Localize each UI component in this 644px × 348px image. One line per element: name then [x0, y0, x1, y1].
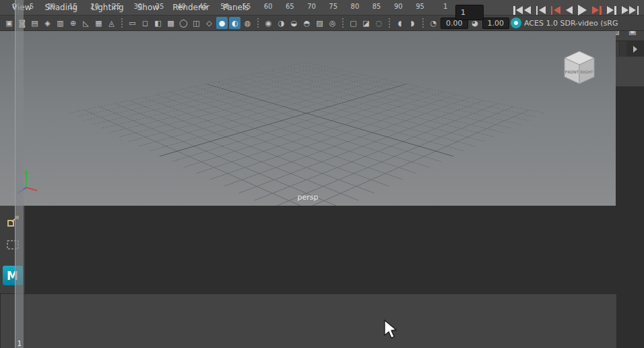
tick: 90: [394, 3, 403, 10]
film-gate-icon[interactable]: ▭: [127, 17, 138, 29]
go-to-end-button[interactable]: [622, 6, 639, 15]
plugin-display-icon[interactable]: ◖: [394, 17, 406, 29]
current-time-marker[interactable]: 1: [15, 0, 24, 348]
viewcube-front-label: FRONT: [565, 69, 579, 74]
viewport[interactable]: FRONT RIGHT persp: [0, 31, 616, 206]
motion-blur-icon[interactable]: ◓: [301, 17, 313, 29]
gate-mask-icon[interactable]: ◧: [152, 17, 164, 29]
pan-zoom-icon[interactable]: ⊕: [67, 17, 79, 29]
ambient-occlusion-icon[interactable]: ◒: [288, 17, 300, 29]
safe-action-icon[interactable]: ◯: [178, 17, 189, 29]
colorspace-label[interactable]: ACES 1.0 SDR-video (sRG: [524, 19, 618, 28]
tick: 15: [69, 3, 77, 10]
camera-attributes-icon[interactable]: ▤: [29, 17, 40, 29]
maya-window: File Edit Create Select Modify Display W…: [0, 0, 644, 348]
current-frame-field[interactable]: 1: [455, 5, 484, 20]
xray-icon[interactable]: ◪: [360, 17, 372, 29]
tick: 80: [351, 3, 360, 10]
tick: 5: [30, 3, 34, 10]
tick-overflow: 1: [443, 3, 447, 10]
shaded-mode-icon[interactable]: ●: [216, 17, 228, 29]
anti-aliasing-icon[interactable]: ▨: [314, 17, 325, 29]
tick: 10: [47, 3, 56, 10]
all-lights-icon[interactable]: ◉: [263, 17, 274, 29]
color-managed-icon[interactable]: [511, 18, 521, 28]
step-back-key-button[interactable]: [551, 6, 560, 15]
safe-title-icon[interactable]: ◫: [191, 17, 202, 29]
timeline-ticks: 0 5 10 15 20 25 30 35 40 45 50 55 60 65 …: [12, 3, 424, 10]
textured-mode-icon[interactable]: ◐: [229, 17, 240, 29]
toolbar-separator: [388, 18, 391, 28]
wireframe-mode-icon[interactable]: ◇: [203, 17, 215, 29]
shelf-scroll-right-icon[interactable]: [626, 41, 644, 57]
isolate-select-icon[interactable]: ▢: [348, 17, 359, 29]
tick: 70: [307, 3, 316, 10]
play-forwards-button[interactable]: [578, 5, 587, 16]
tick: 25: [112, 3, 121, 10]
tick: 45: [199, 3, 207, 10]
tick: 65: [286, 3, 294, 10]
field-chart-icon[interactable]: ▩: [165, 17, 176, 29]
tick: 55: [243, 3, 251, 10]
tick: 50: [220, 3, 229, 10]
select-camera-icon[interactable]: ▣: [3, 17, 15, 29]
tick: 0: [12, 3, 16, 10]
tick: 20: [90, 3, 99, 10]
step-forward-frame-button[interactable]: [607, 6, 616, 15]
step-forward-key-button[interactable]: [592, 6, 602, 15]
toolbar-separator: [257, 18, 259, 28]
current-frame-value: 1: [461, 8, 465, 17]
viewport-panel: View Shading Lighting Show Renderer Pane…: [0, 293, 617, 348]
camera-bookmark-icon[interactable]: ◈: [42, 17, 53, 29]
tick: 35: [156, 3, 164, 10]
tick: 40: [177, 3, 186, 10]
shadows-icon[interactable]: ◑: [276, 17, 287, 29]
grease-pencil-icon[interactable]: ◺: [80, 17, 92, 29]
camera-name-label: persp: [298, 193, 319, 202]
tick: 95: [416, 3, 424, 10]
viewcube-right-label: RIGHT: [581, 69, 593, 74]
tick: 60: [264, 3, 273, 10]
toolbar-separator: [342, 18, 344, 28]
view-cube[interactable]: FRONT RIGHT: [558, 49, 601, 88]
step-back-frame-button[interactable]: [536, 6, 546, 15]
exposure-icon[interactable]: ◔: [428, 17, 439, 29]
resolution-gate-icon[interactable]: ◻: [139, 17, 151, 29]
ground-grid: [68, 63, 544, 206]
gamma-field[interactable]: 1.00: [482, 18, 510, 29]
go-to-start-button[interactable]: [513, 6, 531, 15]
tick: 75: [329, 3, 337, 10]
panel-toolbar: ▣ ◙ ▤ ◈ ▥ ⊕ ◺ ▦ ◬ ▭ ◻ ◧ ▩ ◯ ◫ ◇ ● ◐ ◍ ◉ …: [0, 15, 644, 31]
current-time-marker-label: 1: [18, 340, 22, 347]
xray-joints-icon[interactable]: ◌: [373, 17, 385, 29]
toolbar-separator: [422, 18, 424, 28]
grid-toggle-icon[interactable]: ▦: [93, 17, 104, 29]
tick: 85: [373, 3, 381, 10]
play-backwards-button[interactable]: [566, 6, 573, 14]
plugin-display-2-icon[interactable]: ◗: [407, 17, 418, 29]
image-plane-icon[interactable]: ▥: [55, 17, 66, 29]
default-material-icon[interactable]: ◍: [242, 17, 253, 29]
playback-controls: [513, 5, 639, 16]
depth-of-field-icon[interactable]: ◎: [327, 17, 338, 29]
toolbar-separator: [121, 18, 123, 28]
gizmo-toggle-icon[interactable]: ◬: [106, 17, 117, 29]
tick: 30: [134, 3, 143, 10]
